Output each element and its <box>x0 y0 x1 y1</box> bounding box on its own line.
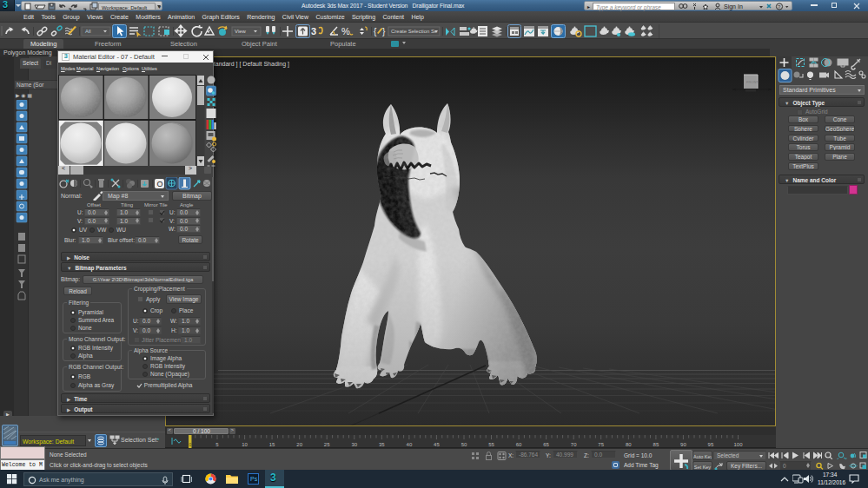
svg-text:60: 60 <box>516 442 522 447</box>
svg-text:50: 50 <box>461 442 467 447</box>
svg-text:20: 20 <box>296 442 302 447</box>
svg-text:Sign In: Sign In <box>724 3 743 10</box>
svg-text:View: View <box>235 29 247 34</box>
svg-text:0: 0 <box>189 442 191 447</box>
svg-text:45: 45 <box>434 442 440 447</box>
svg-text:{: { <box>374 27 377 36</box>
svg-text:35: 35 <box>379 442 385 447</box>
svg-text:65: 65 <box>543 442 549 447</box>
svg-text:55: 55 <box>488 442 494 447</box>
svg-text:90: 90 <box>680 442 686 447</box>
svg-text:}: } <box>382 27 386 36</box>
svg-text:?: ? <box>778 4 781 10</box>
svg-text:85: 85 <box>653 442 659 447</box>
svg-text:FRONT: FRONT <box>746 80 759 84</box>
svg-text:All: All <box>85 29 91 34</box>
svg-text:75: 75 <box>598 442 604 447</box>
svg-text:30: 30 <box>351 442 357 447</box>
svg-text:15: 15 <box>269 442 275 447</box>
svg-text:O: O <box>157 180 163 188</box>
svg-text:80: 80 <box>626 442 632 447</box>
svg-text:95: 95 <box>708 442 714 447</box>
svg-text:25: 25 <box>324 442 330 447</box>
svg-text:10: 10 <box>242 442 248 447</box>
svg-text:3: 3 <box>311 26 316 36</box>
svg-text:100: 100 <box>733 442 743 447</box>
svg-text:70: 70 <box>571 442 577 447</box>
svg-text:%: % <box>341 26 350 36</box>
svg-text:5: 5 <box>215 442 219 447</box>
svg-text:40: 40 <box>407 442 413 447</box>
svg-text:Create Selection Se: Create Selection Se <box>391 29 438 34</box>
